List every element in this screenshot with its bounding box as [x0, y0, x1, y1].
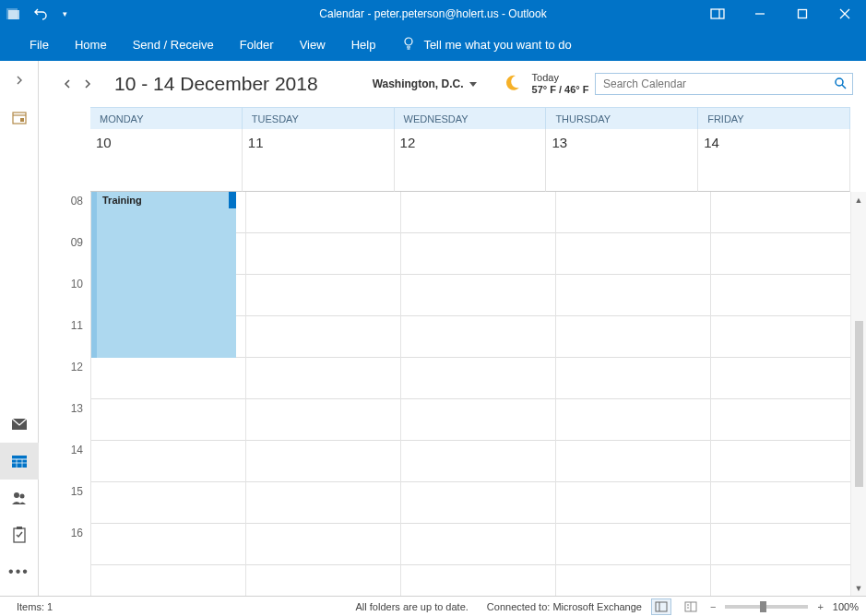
status-connection: Connected to: Microsoft Exchange — [478, 601, 651, 612]
day-column-wednesday[interactable] — [401, 192, 556, 596]
status-items: Items: 1 — [7, 601, 62, 612]
ribbon: File Home Send / Receive Folder View Hel… — [0, 28, 866, 61]
zoom-in-button[interactable]: + — [817, 601, 823, 612]
nav-calendar[interactable] — [0, 443, 39, 480]
tell-me-search[interactable]: Tell me what you want to do — [394, 36, 571, 53]
prev-week-button[interactable] — [59, 73, 76, 95]
svg-point-7 — [405, 38, 412, 45]
svg-rect-4 — [799, 10, 807, 18]
nav-mail[interactable] — [0, 406, 39, 443]
nav-people[interactable] — [0, 480, 39, 516]
view-reading-button[interactable] — [681, 598, 701, 615]
tab-view[interactable]: View — [287, 28, 338, 61]
weather-today-label: Today — [532, 72, 589, 84]
zoom-thumb[interactable] — [760, 601, 766, 612]
moon-icon — [503, 73, 523, 96]
hour-12: 12 — [50, 358, 90, 399]
svg-point-23 — [836, 78, 843, 86]
day-header-monday[interactable]: MONDAY — [90, 107, 243, 129]
day-column-tuesday[interactable] — [246, 192, 401, 596]
zoom-level[interactable]: 100% — [833, 601, 859, 612]
zoom-slider[interactable] — [725, 605, 808, 609]
svg-point-19 — [14, 492, 19, 498]
day-header-thursday[interactable]: THURSDAY — [546, 107, 698, 129]
next-week-button[interactable] — [79, 73, 96, 95]
day-header-wednesday[interactable]: WEDNESDAY — [395, 107, 547, 129]
close-button[interactable] — [824, 0, 866, 28]
ribbon-display-options[interactable] — [696, 0, 739, 28]
tell-me-label: Tell me what you want to do — [423, 38, 571, 52]
tab-folder[interactable]: Folder — [227, 28, 287, 61]
day-header-friday[interactable]: FRIDAY — [698, 107, 850, 129]
svg-rect-14 — [12, 456, 27, 468]
status-bar: Items: 1 All folders are up to date. Con… — [0, 596, 866, 616]
date-cell-wednesday[interactable]: 12 — [395, 129, 547, 192]
day-column-monday[interactable]: Training — [90, 192, 246, 596]
hour-09: 09 — [50, 233, 90, 275]
app-icon — [6, 6, 22, 22]
nav-more[interactable]: ••• — [0, 553, 39, 590]
event-resize-handle[interactable] — [229, 192, 236, 208]
svg-line-24 — [842, 85, 846, 89]
location-label: Washington, D.C. — [373, 77, 464, 90]
scroll-thumb[interactable] — [855, 321, 863, 487]
tab-help[interactable]: Help — [338, 28, 389, 61]
time-gutter: 08 09 10 11 12 13 14 15 16 — [50, 192, 90, 596]
maximize-button[interactable] — [781, 0, 824, 28]
hour-08: 08 — [50, 192, 90, 233]
hour-15: 15 — [50, 482, 90, 524]
vertical-scrollbar[interactable]: ▲ ▼ — [850, 192, 866, 596]
scroll-down-icon[interactable]: ▼ — [851, 580, 867, 596]
scroll-up-icon[interactable]: ▲ — [851, 192, 867, 207]
weather-widget[interactable]: Today 57° F / 46° F — [503, 72, 589, 96]
date-range-label: 10 - 14 December 2018 — [114, 73, 318, 95]
hour-14: 14 — [50, 441, 90, 482]
svg-point-20 — [19, 494, 24, 499]
event-training[interactable]: Training — [91, 192, 236, 358]
weather-location[interactable]: Washington, D.C. — [373, 77, 477, 90]
calendar-grid: MONDAY TUESDAY WEDNESDAY THURSDAY FRIDAY… — [39, 107, 866, 596]
search-input[interactable] — [603, 77, 834, 90]
date-cell-monday[interactable]: 10 — [90, 129, 243, 192]
weather-temp: 57° F / 46° F — [532, 84, 589, 95]
svg-rect-12 — [20, 118, 24, 122]
calendar-header: 10 - 14 December 2018 Washington, D.C. T… — [39, 61, 866, 107]
minimize-button[interactable] — [739, 0, 781, 28]
hour-10: 10 — [50, 275, 90, 316]
tab-home[interactable]: Home — [62, 28, 120, 61]
hour-11: 11 — [50, 316, 90, 358]
svg-rect-22 — [17, 527, 22, 529]
day-header-tuesday[interactable]: TUESDAY — [243, 107, 395, 129]
svg-rect-25 — [656, 602, 667, 611]
search-icon[interactable] — [834, 77, 847, 92]
undo-icon[interactable] — [30, 0, 52, 28]
search-calendar[interactable] — [595, 73, 853, 95]
hour-16: 16 — [50, 524, 90, 565]
day-column-thursday[interactable] — [556, 192, 711, 596]
day-column-friday[interactable] — [711, 192, 866, 596]
title-bar: ▾ Calendar - peter.peterson@holert.us - … — [0, 0, 866, 28]
chevron-down-icon — [469, 82, 477, 87]
navigation-rail: ••• — [0, 61, 39, 596]
calendar-folder-icon[interactable] — [0, 107, 39, 127]
svg-rect-2 — [711, 9, 724, 18]
svg-rect-1 — [8, 10, 19, 19]
date-cell-friday[interactable]: 14 — [698, 129, 850, 192]
event-title: Training — [102, 195, 142, 206]
lightbulb-icon — [401, 36, 416, 53]
date-cell-thursday[interactable]: 13 — [546, 129, 698, 192]
qat-customize-icon[interactable]: ▾ — [59, 9, 71, 18]
expand-folder-pane[interactable] — [0, 70, 39, 90]
nav-tasks[interactable] — [0, 516, 39, 553]
status-folders: All folders are up to date. — [347, 601, 478, 612]
date-cell-tuesday[interactable]: 11 — [243, 129, 395, 192]
calendar-main: 10 - 14 December 2018 Washington, D.C. T… — [39, 61, 866, 596]
view-normal-button[interactable] — [651, 598, 671, 615]
tab-file[interactable]: File — [17, 28, 62, 61]
tab-send-receive[interactable]: Send / Receive — [120, 28, 227, 61]
hour-13: 13 — [50, 399, 90, 441]
zoom-out-button[interactable]: − — [710, 601, 716, 612]
